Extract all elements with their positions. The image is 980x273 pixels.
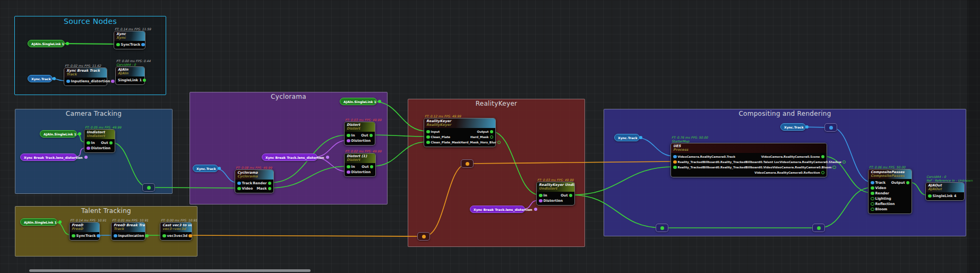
- pin-socket-icon[interactable]: [871, 192, 874, 195]
- node-header-ue5[interactable]: UE5Process: [671, 143, 827, 153]
- wire-ajain1-to-xync-sync[interactable]: [61, 44, 117, 44]
- reroute-pill-ajain-singlelink1-cyclorama[interactable]: AJAIn.SingleLink 1: [340, 98, 377, 105]
- pin-socket-icon[interactable]: [369, 134, 373, 138]
- node-header-freed-break-track[interactable]: FreeD Break TrackTrack: [111, 223, 145, 232]
- reroute-node-compositing-blue-top[interactable]: [824, 123, 837, 132]
- reroute-node-keyer-orange-low[interactable]: [417, 232, 430, 241]
- reroute-pill-ajain-singlelink1-camera[interactable]: AJAIn.SingleLink 1: [40, 130, 77, 138]
- reroute-pill-xync-track-source[interactable]: Xync.Track: [28, 75, 53, 82]
- horizontal-scrollbar-thumb[interactable]: [29, 269, 311, 272]
- reroute-node-compositing-green-right[interactable]: [812, 224, 825, 232]
- reroute-node-compositing-green-left[interactable]: [656, 224, 668, 232]
- pin-socket-icon[interactable]: [569, 194, 573, 198]
- pin-socket-icon[interactable]: [237, 187, 241, 191]
- reroute-pill-lens-distortion-camera[interactable]: Xync Break Track.lens_distortion: [20, 153, 77, 161]
- wire-rkundistort-out-to-ue5-video[interactable]: [571, 167, 674, 195]
- pin-socket-icon[interactable]: [534, 208, 537, 211]
- node-ajain[interactable]: FT: 0.00 ms FPS: 0.44Corvid44 - 0AJAInAJ…: [115, 66, 145, 85]
- pin-socket-icon[interactable]: [87, 141, 90, 145]
- pin-socket-icon[interactable]: [72, 234, 75, 238]
- node-freed[interactable]: FT: 0.14 ms FPS: 10.91FreeDFreeDSyncTrac…: [69, 222, 100, 241]
- pin-socket-icon[interactable]: [78, 132, 81, 135]
- pin-socket-icon[interactable]: [466, 162, 469, 166]
- pin-socket-icon[interactable]: [268, 187, 272, 191]
- wire-rkundistort-out-to-reroute-bl[interactable]: [571, 195, 663, 228]
- pin-socket-icon[interactable]: [673, 155, 677, 159]
- pin-socket-icon[interactable]: [147, 186, 151, 190]
- pin-socket-icon[interactable]: [188, 234, 192, 238]
- pin-socket-icon[interactable]: [539, 194, 543, 198]
- node-header-realitykeyer-undistort[interactable]: RealityKeyer UndistortUndistort: [537, 182, 574, 192]
- pin-socket-icon[interactable]: [426, 130, 430, 134]
- pin-socket-icon[interactable]: [490, 130, 494, 134]
- node-header-realitykeyer[interactable]: RealityKeyerRealityKeyer: [424, 118, 495, 128]
- pin-socket-icon[interactable]: [53, 77, 56, 80]
- pin-socket-icon[interactable]: [843, 160, 846, 164]
- pin-socket-icon[interactable]: [673, 160, 677, 164]
- pin-socket-icon[interactable]: [347, 139, 350, 143]
- pin-socket-icon[interactable]: [162, 234, 166, 238]
- pin-socket-icon[interactable]: [109, 141, 113, 145]
- pin-socket-icon[interactable]: [218, 167, 221, 170]
- reroute-pill-ajain-singlelink1-source[interactable]: AJAIn.SingleLink 1: [28, 40, 65, 47]
- pin-socket-icon[interactable]: [143, 79, 147, 82]
- node-compositepasses[interactable]: FT: 0.06 ms FPS: 50.00CompositePassesCom…: [868, 169, 912, 214]
- node-header-compositepasses[interactable]: CompositePassesCompositePasses: [869, 169, 912, 179]
- pin-socket-icon[interactable]: [66, 42, 69, 45]
- pin-socket-icon[interactable]: [490, 135, 494, 139]
- pin-socket-icon[interactable]: [871, 181, 874, 185]
- pin-socket-icon[interactable]: [426, 135, 430, 139]
- pin-socket-icon[interactable]: [378, 100, 381, 103]
- pin-socket-icon[interactable]: [821, 171, 825, 175]
- node-header-distort-1[interactable]: Distort (1)Distort: [345, 153, 375, 163]
- wire-lensdist-to-distort1-distortion[interactable]: [314, 157, 348, 172]
- pin-socket-icon[interactable]: [111, 80, 115, 83]
- node-realitykeyer-undistort[interactable]: FT: 0.03 ms FPS: 49.99RealityKeyer Undis…: [536, 182, 575, 206]
- node-xync-break-track[interactable]: FT: 0.02 ms FPS: 11.62Xync Break TrackTr…: [64, 67, 107, 86]
- pin-socket-icon[interactable]: [141, 43, 145, 47]
- node-graph-canvas[interactable]: Source NodesCamera TrackingCycloramaTale…: [0, 0, 980, 273]
- pin-socket-icon[interactable]: [928, 194, 932, 198]
- wire-cyclorama-mask-to-distort1-in[interactable]: [270, 166, 348, 188]
- node-header-cyclorama[interactable]: CycloramaCyclorama: [235, 170, 273, 180]
- reroute-pill-xync-track-compositing-top[interactable]: Xync.Track: [780, 123, 806, 131]
- wire-reroute-br-to-cp-video[interactable]: [819, 187, 872, 228]
- pin-socket-icon[interactable]: [58, 220, 62, 224]
- reroute-pill-lens-distortion-cyclorama[interactable]: Xync Break Track.lens_distortion: [262, 153, 317, 161]
- pin-socket-icon[interactable]: [871, 197, 874, 201]
- wire-reroute-to-cyclorama-video[interactable]: [149, 187, 238, 188]
- pin-socket-icon[interactable]: [660, 226, 664, 230]
- pin-socket-icon[interactable]: [66, 80, 70, 83]
- pin-socket-icon[interactable]: [326, 156, 329, 159]
- wire-lensdist-to-distort-distortion[interactable]: [314, 140, 348, 157]
- wire-reroute-up-to-ue5-talentloc[interactable]: [468, 161, 674, 164]
- wire-xynctrack-to-ue5-track[interactable]: [636, 138, 674, 156]
- node-header-distort[interactable]: DistortDistort: [345, 122, 375, 132]
- pin-socket-icon[interactable]: [347, 134, 350, 138]
- pin-socket-icon[interactable]: [145, 234, 149, 238]
- pin-socket-icon[interactable]: [426, 141, 430, 144]
- node-distort-1[interactable]: FT: 0.02 ms FPS: 49.99Distort (1)Distort…: [344, 153, 376, 177]
- pin-socket-icon[interactable]: [821, 155, 825, 159]
- node-freed-break-track[interactable]: FT: 0.01 ms FPS: 10.91FreeD Break TrackT…: [111, 222, 145, 241]
- node-header-undistort[interactable]: UndistortUndistort: [84, 130, 115, 139]
- node-header-ajaout[interactable]: AJAOutAJAOut: [926, 183, 964, 192]
- node-header-ajain[interactable]: AJAInAJAIn: [116, 67, 144, 76]
- node-xync[interactable]: FT: 0.14 ms FPS: 11.59XyncXyncSyncTrack: [114, 31, 145, 49]
- wire-ajain1-to-keyer-input[interactable]: [373, 101, 427, 131]
- wire-vec3d-to-reroute-low[interactable]: [188, 235, 424, 236]
- pin-socket-icon[interactable]: [871, 202, 874, 206]
- node-cast-vec3-to-vec3d[interactable]: FT: 0.00 ms FPS: 10.91Cast vec3 to vec3d…: [160, 222, 192, 241]
- node-undistort[interactable]: FT: 0.05 ms FPS: 49.99UndistortUndistort…: [84, 129, 115, 153]
- pin-socket-icon[interactable]: [116, 43, 120, 47]
- pin-socket-icon[interactable]: [673, 166, 677, 169]
- pin-socket-icon[interactable]: [832, 166, 836, 169]
- reroute-node-keyer-orange-up[interactable]: [461, 159, 474, 168]
- pin-socket-icon[interactable]: [871, 186, 874, 190]
- pin-socket-icon[interactable]: [84, 156, 88, 159]
- reroute-pill-ajain-singlelink1-talent[interactable]: AJAIn.SingleLink 1: [20, 218, 57, 226]
- pin-socket-icon[interactable]: [906, 181, 910, 185]
- wire-undistort-out-to-reroute[interactable]: [111, 142, 149, 187]
- node-header-xync-break-track[interactable]: Xync Break TrackTrack: [64, 68, 107, 78]
- pin-socket-icon[interactable]: [805, 125, 809, 129]
